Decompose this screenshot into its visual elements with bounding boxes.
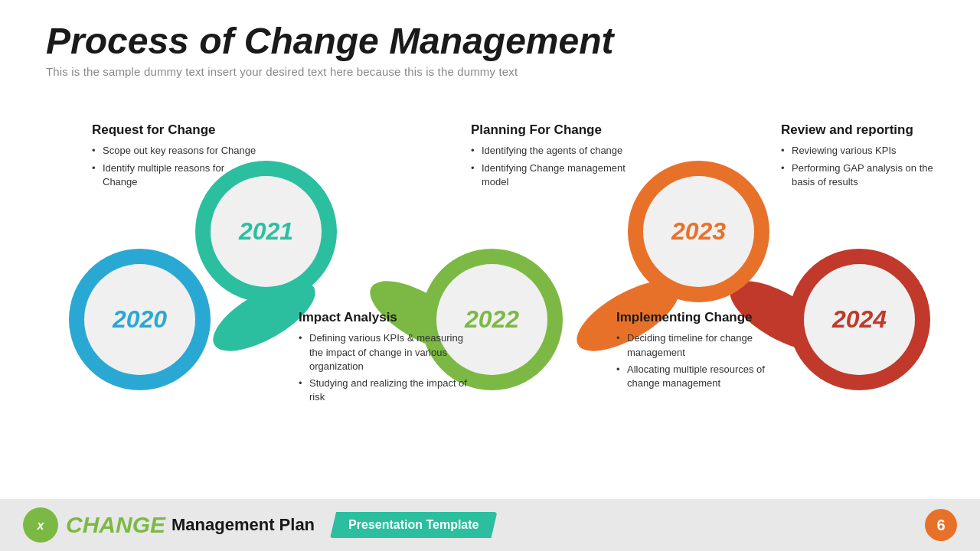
circle-2020: 2020 bbox=[69, 249, 211, 390]
impact-analysis-list: Defining various KPIs & measuring the im… bbox=[299, 331, 467, 404]
review-item-2: Performing GAP analysis on the basis of … bbox=[781, 161, 949, 189]
circle-2021-label: 2021 bbox=[239, 217, 293, 246]
planning-item-1: Identifying the agents of change bbox=[471, 144, 639, 158]
planning-for-change-list: Identifying the agents of change Identif… bbox=[471, 144, 639, 189]
impact-item-2: Studying and realizing the impact of ris… bbox=[299, 377, 467, 404]
main-title: Process of Change Management bbox=[46, 21, 934, 62]
info-request-for-change: Request for Change Scope out key reasons… bbox=[92, 122, 260, 192]
footer-change-text: CHANGE bbox=[66, 512, 165, 538]
request-item-1: Scope out key reasons for Change bbox=[92, 144, 260, 158]
footer-template-badge: Presentation Template bbox=[330, 512, 497, 538]
slide: Process of Change Management This is the… bbox=[0, 0, 980, 551]
request-item-2: Identify multiple reasons for Change bbox=[92, 161, 260, 189]
info-review-reporting: Review and reporting Reviewing various K… bbox=[781, 122, 949, 192]
circle-2021-inner: 2021 bbox=[211, 176, 322, 287]
implementing-item-1: Deciding timeline for change management bbox=[616, 331, 777, 359]
footer-management-text: Management Plan bbox=[172, 515, 315, 535]
footer-logo: x bbox=[23, 507, 58, 543]
info-implementing-change: Implementing Change Deciding timeline fo… bbox=[616, 310, 777, 393]
impact-analysis-title: Impact Analysis bbox=[299, 310, 467, 325]
circle-2022-label: 2022 bbox=[465, 305, 519, 334]
request-for-change-list: Scope out key reasons for Change Identif… bbox=[92, 144, 260, 189]
circle-2023-inner: 2023 bbox=[643, 176, 754, 287]
planning-for-change-title: Planning For Change bbox=[471, 122, 639, 138]
header: Process of Change Management This is the… bbox=[0, 0, 980, 84]
review-reporting-list: Reviewing various KPIs Performing GAP an… bbox=[781, 144, 949, 189]
circle-2020-label: 2020 bbox=[113, 305, 167, 334]
planning-item-2: Identifying Change management model bbox=[471, 161, 639, 189]
circle-2023-label: 2023 bbox=[671, 217, 726, 246]
implementing-change-list: Deciding timeline for change management … bbox=[616, 331, 777, 390]
review-item-1: Reviewing various KPIs bbox=[781, 144, 949, 158]
info-impact-analysis: Impact Analysis Defining various KPIs & … bbox=[299, 310, 467, 407]
circle-2023: 2023 bbox=[628, 161, 769, 302]
x-icon: x bbox=[30, 514, 51, 536]
circle-2020-inner: 2020 bbox=[84, 264, 195, 375]
request-for-change-title: Request for Change bbox=[92, 122, 260, 138]
footer-page-number: 6 bbox=[925, 509, 957, 541]
implementing-item-2: Allocating multiple resources of change … bbox=[616, 363, 777, 390]
review-reporting-title: Review and reporting bbox=[781, 122, 949, 138]
timeline-area: 2020 2021 2022 2023 2024 bbox=[46, 122, 934, 406]
footer: x CHANGE Management Plan Presentation Te… bbox=[0, 499, 980, 551]
circle-2024: 2024 bbox=[789, 249, 930, 390]
info-planning-for-change: Planning For Change Identifying the agen… bbox=[471, 122, 639, 192]
circle-2024-inner: 2024 bbox=[804, 264, 915, 375]
implementing-change-title: Implementing Change bbox=[616, 310, 777, 325]
circle-2024-label: 2024 bbox=[832, 305, 887, 334]
impact-item-1: Defining various KPIs & measuring the im… bbox=[299, 331, 467, 373]
subtitle: This is the sample dummy text insert you… bbox=[46, 65, 934, 78]
svg-text:x: x bbox=[37, 519, 45, 532]
